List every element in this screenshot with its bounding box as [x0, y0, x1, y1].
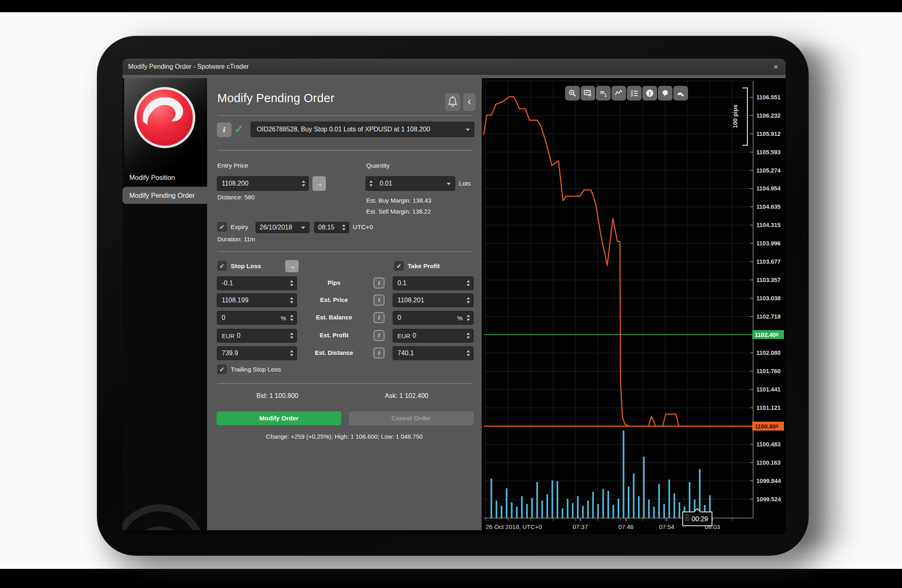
stop-loss-checkbox[interactable]: ✓ — [217, 261, 227, 271]
indicators-icon — [629, 88, 639, 98]
stepper-icon[interactable] — [290, 297, 294, 304]
volume-bar — [557, 481, 558, 518]
stepper-icon[interactable] — [369, 180, 373, 187]
expiry-time-input[interactable]: 08:15 — [314, 222, 349, 233]
stepper-icon[interactable] — [342, 224, 346, 231]
volume-bar — [521, 496, 523, 518]
volume-bar — [638, 496, 640, 518]
order-select[interactable]: OID26788528, Buy Stop 0.01 Lots of XPDUS… — [251, 122, 474, 137]
y-axis-tick: 1106.551 — [756, 94, 781, 101]
volume-bar — [542, 501, 543, 518]
volume-bar — [572, 503, 574, 518]
stepper-icon[interactable] — [466, 332, 470, 339]
input-value: 1108.199 — [222, 297, 249, 304]
patterns-icon — [676, 88, 686, 98]
take-profit-est-price-input[interactable]: 1108.201 — [393, 293, 474, 307]
modify-pending-order-panel: Modify Pending Order ‹ i ✓ OID26788528, … — [207, 78, 482, 530]
stop-loss-est-balance-input[interactable]: 0% — [217, 311, 297, 325]
sidebar-item-modify-position[interactable]: Modify Position — [122, 169, 207, 186]
svg-text:f: f — [649, 91, 651, 97]
input-value: -0.1 — [222, 280, 233, 287]
stepper-icon[interactable] — [290, 332, 294, 339]
info-icon[interactable]: i — [373, 330, 384, 341]
row-label: Est. Balance — [301, 314, 367, 321]
expiry-checkbox[interactable]: ✓ — [217, 222, 227, 232]
row-label: Est. Profit — [301, 332, 367, 339]
trailing-stop-loss-checkbox[interactable]: ✓ — [217, 365, 227, 374]
volume-bar — [663, 504, 665, 518]
stepper-icon[interactable] — [290, 350, 294, 357]
cancel-order-button[interactable]: Cancel Order — [349, 411, 474, 425]
take-profit-checkbox[interactable]: ✓ — [394, 261, 404, 271]
info-icon[interactable]: i — [373, 312, 384, 323]
collapse-chevron-left-button[interactable]: ‹ — [463, 93, 476, 111]
expiry-label: Expiry — [231, 223, 248, 231]
row-label: Est. Distance — [301, 349, 367, 356]
expiry-time-value: 08:15 — [318, 224, 334, 231]
stepper-icon[interactable] — [466, 350, 470, 357]
timeframe-m1-button[interactable]: m1 — [596, 86, 611, 101]
info-icon[interactable]: i — [373, 278, 384, 289]
chart-zoom-button[interactable] — [565, 86, 580, 101]
volume-bar — [516, 507, 518, 518]
window-title: Modify Pending Order - Spotware cTrader — [128, 59, 249, 75]
order-info-button[interactable]: i — [217, 122, 232, 137]
chart-type-button[interactable] — [612, 86, 626, 101]
apply-entry-price-arrow-button[interactable]: → — [312, 176, 326, 191]
volume-bar — [668, 479, 670, 518]
alerts-button[interactable] — [658, 86, 673, 101]
y-axis-tick: 1103.677 — [756, 258, 781, 265]
stop-loss-est-profit-input[interactable]: EUR0 — [217, 329, 297, 343]
social-f-icon: f — [645, 88, 655, 98]
modify-order-button[interactable]: Modify Order — [216, 411, 341, 425]
volume-bar — [567, 499, 568, 518]
stepper-icon[interactable] — [466, 297, 470, 304]
bid-value: Bid: 1 100.800 — [256, 392, 298, 400]
app-window: Modify Pending Order - Spotware cTrader … — [122, 59, 786, 534]
quantity-label: Quantity — [366, 162, 390, 169]
take-profit-est-distance-input[interactable]: 740.1 — [393, 346, 474, 360]
volume-bar — [592, 492, 594, 518]
y-axis-tick: 1103.357 — [756, 277, 781, 283]
stop-loss-est-price-input[interactable]: 1108.199 — [217, 293, 297, 307]
expiry-date-select[interactable]: 26/10/2018 — [256, 222, 310, 233]
take-profit-pips-input[interactable]: 0.1 — [393, 276, 474, 290]
input-value: 0 — [413, 332, 416, 339]
stop-loss-est-distance-input[interactable]: 739.9 — [217, 346, 297, 360]
volume-bar — [546, 494, 548, 518]
stepper-icon[interactable] — [466, 314, 470, 321]
stepper-icon[interactable] — [301, 180, 306, 187]
social-f-button[interactable]: f — [642, 86, 657, 101]
close-icon[interactable]: × — [770, 59, 782, 75]
chart-settings-icon — [583, 88, 593, 98]
info-icon[interactable]: i — [373, 348, 384, 358]
countdown-value: 00:29 — [692, 516, 708, 522]
quantity-select[interactable]: 0.01 — [365, 176, 455, 191]
patterns-button[interactable] — [673, 86, 688, 101]
info-icon[interactable]: i — [373, 295, 384, 306]
y-axis-tick: 1099.844 — [756, 478, 781, 484]
take-profit-est-balance-input[interactable]: 0% — [393, 311, 474, 325]
chart-panel[interactable]: 1106.5511106.2321105.9121105.5931105.274… — [482, 78, 786, 530]
entry-price-input[interactable]: 1108.200 — [217, 176, 309, 191]
stop-loss-pips-input[interactable]: -0.1 — [217, 276, 297, 290]
y-axis-tick: 1102.080 — [756, 350, 781, 356]
input-value: 739.9 — [222, 350, 238, 357]
stepper-icon[interactable] — [290, 280, 294, 287]
volume-bar — [562, 508, 563, 518]
stepper-icon[interactable] — [290, 314, 294, 321]
chart-settings-button[interactable] — [581, 86, 595, 101]
timeframe-m1-icon: m1 — [598, 88, 608, 98]
take-profit-est-profit-input[interactable]: EUR0 — [393, 329, 474, 343]
change-summary: Change: +259 (+0.25%); High: 1 106.600; … — [207, 433, 482, 440]
apply-stop-loss-arrow-button[interactable]: → — [285, 260, 299, 272]
price-chart[interactable]: 1106.5511106.2321105.9121105.5931105.274… — [482, 78, 786, 530]
mockup-top-bar — [0, 0, 902, 12]
y-axis-tick: 1102.718 — [756, 313, 781, 320]
order-select-value: OID26788528, Buy Stop 0.01 Lots of XPDUS… — [257, 126, 430, 133]
indicators-button[interactable] — [627, 86, 642, 101]
notifications-bell-button[interactable] — [445, 93, 460, 111]
sidebar-item-modify-pending-order[interactable]: Modify Pending Order — [122, 187, 207, 204]
alerts-icon — [660, 88, 670, 98]
stepper-icon[interactable] — [466, 280, 470, 287]
